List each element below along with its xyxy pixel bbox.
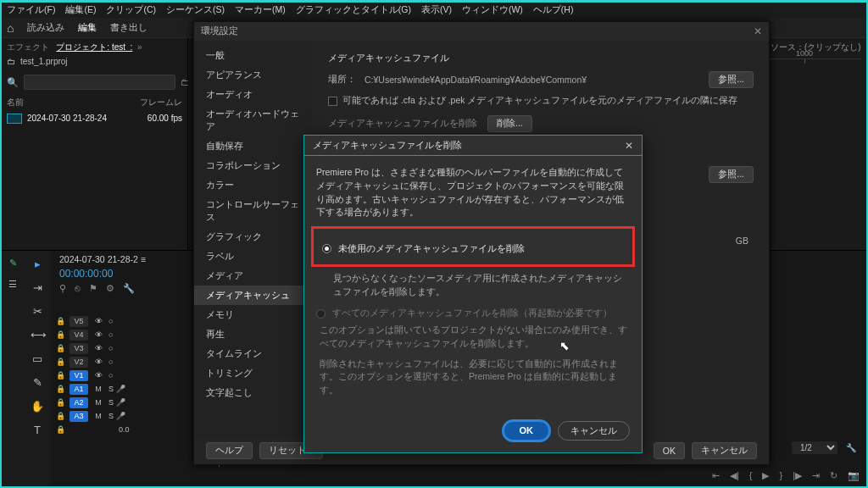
cat-color[interactable]: カラー [194, 175, 313, 195]
lock-icon[interactable]: 🔒 [56, 425, 64, 434]
eye-icon[interactable]: 👁 [93, 330, 103, 339]
cat-audio-hw[interactable]: オーディオハードウェア [194, 104, 313, 136]
lock-icon[interactable]: 🔒 [56, 344, 64, 352]
help-button[interactable]: ヘルプ [206, 442, 253, 459]
cat-trim[interactable]: トリミング [194, 363, 313, 383]
browse-button-2[interactable]: 参照... [709, 166, 754, 183]
cat-autosave[interactable]: 自動保存 [194, 136, 313, 156]
search-input[interactable] [24, 75, 175, 90]
marker-icon[interactable]: ⚑ [89, 283, 97, 294]
menu-window[interactable]: ウィンドウ(W) [462, 4, 523, 16]
type-tool-icon[interactable]: T [31, 424, 44, 437]
lock-icon[interactable]: 🔒 [56, 317, 64, 325]
home-icon[interactable]: ⌂ [7, 21, 14, 35]
project-item[interactable]: 2024-07-30 21-28-24 60.00 fps [7, 110, 182, 127]
ok-button[interactable]: OK [504, 421, 550, 441]
menu-marker[interactable]: マーカー(M) [235, 4, 286, 16]
go-start-icon[interactable]: ⇤ [712, 470, 720, 481]
sequence-name[interactable]: 2024-07-30 21-28-2 [59, 254, 138, 264]
source-ruler[interactable]: 1000 [771, 58, 861, 69]
track-select-tool-icon[interactable]: ⇥ [31, 281, 44, 295]
checkbox-row[interactable]: 可能であれば .cfa および .pek メディアキャッシュファイルを元のメディ… [328, 95, 754, 107]
solo-icon[interactable]: S 🎤 [108, 385, 125, 393]
menu-view[interactable]: 表示(V) [421, 4, 452, 16]
cat-collab[interactable]: コラボレーション [194, 156, 313, 175]
mark-out-icon[interactable]: } [779, 470, 782, 481]
cat-transcribe[interactable]: 文字起こし [194, 383, 313, 402]
radio-icon[interactable] [322, 244, 331, 253]
play-icon[interactable]: ▶ [762, 470, 769, 481]
solo-icon[interactable]: S 🎤 [108, 398, 125, 407]
snap-icon[interactable]: ⚲ [59, 283, 66, 294]
slip-tool-icon[interactable]: ▭ [31, 352, 44, 366]
lock-icon[interactable]: 🔒 [56, 371, 64, 380]
wrench-icon[interactable]: 🔧 [123, 283, 135, 294]
zoom-select[interactable]: 1/2 [792, 441, 837, 454]
hand-tool-icon[interactable]: ✋ [31, 400, 44, 413]
menu-help[interactable]: ヘルプ(H) [533, 4, 574, 16]
col-framerate[interactable]: フレームレ [140, 97, 182, 108]
cat-media-cache[interactable]: メディアキャッシュ [194, 286, 313, 305]
eye-icon[interactable]: 👁 [93, 358, 103, 366]
cancel-button[interactable]: キャンセル [558, 421, 630, 441]
checkbox-icon[interactable] [328, 97, 337, 106]
eye-icon[interactable]: 👁 [93, 317, 103, 325]
solo-icon[interactable]: S 🎤 [108, 412, 125, 420]
razor-tool-icon[interactable]: ⟷ [31, 329, 44, 342]
col-name[interactable]: 名前 [7, 97, 24, 108]
mute-icon[interactable]: M [93, 412, 103, 420]
lock-icon[interactable]: 🔒 [56, 398, 64, 407]
menu-edit[interactable]: 編集(E) [65, 4, 96, 16]
mute-icon[interactable]: M [93, 385, 103, 393]
close-icon[interactable]: ✕ [625, 140, 633, 152]
go-end-icon[interactable]: ⇥ [812, 470, 820, 481]
lock-icon[interactable]: 🔒 [56, 412, 64, 420]
panel-tab-effects[interactable]: エフェクト [7, 42, 49, 52]
tool-icon[interactable]: ☰ [8, 279, 17, 290]
settings-icon[interactable]: ⚙ [106, 283, 114, 294]
menu-clip[interactable]: クリップ(C) [106, 4, 156, 16]
track-tag[interactable]: A2 [70, 397, 88, 408]
delete-button[interactable]: 削除... [487, 115, 532, 132]
wrench-icon[interactable]: 🔧 [846, 443, 856, 452]
cat-control-surface[interactable]: コントロールサーフェス [194, 195, 313, 227]
ripple-tool-icon[interactable]: ✂ [31, 305, 44, 319]
cat-general[interactable]: 一般 [194, 46, 313, 65]
pen-tool-icon2[interactable]: ✎ [31, 376, 44, 390]
track-tag[interactable]: V2 [70, 357, 88, 368]
cat-media[interactable]: メディア [194, 266, 313, 286]
cat-playback[interactable]: 再生 [194, 324, 313, 344]
cat-appearance[interactable]: アピアランス [194, 65, 313, 85]
track-tag[interactable]: V1 [70, 370, 88, 381]
selection-tool-icon[interactable]: ▸ [31, 258, 44, 271]
loop-icon[interactable]: ↻ [830, 470, 837, 481]
cat-timeline[interactable]: タイムライン [194, 344, 313, 363]
tab-export[interactable]: 書き出し [110, 21, 147, 34]
cat-memory[interactable]: メモリ [194, 305, 313, 324]
pen-tool-icon[interactable]: ✎ [9, 258, 17, 269]
export-frame-icon[interactable]: 📷 [848, 470, 860, 481]
menu-file[interactable]: ファイル(F) [7, 4, 55, 16]
menu-graphics[interactable]: グラフィックとタイトル(G) [296, 4, 411, 16]
search-icon[interactable]: 🔍 [7, 77, 19, 88]
track-tag[interactable]: V4 [70, 330, 88, 341]
browse-button[interactable]: 参照... [709, 71, 754, 88]
step-back-icon[interactable]: ◀| [730, 470, 739, 481]
track-tag[interactable]: V5 [70, 316, 88, 327]
mute-icon[interactable]: M [93, 398, 103, 407]
panel-tab-project[interactable]: プロジェクト: test_: [56, 42, 132, 52]
cat-labels[interactable]: ラベル [194, 247, 313, 266]
prefs-ok-button[interactable]: OK [654, 442, 685, 459]
track-tag[interactable]: A3 [70, 411, 88, 422]
step-fwd-icon[interactable]: |▶ [793, 470, 802, 481]
close-icon[interactable]: ✕ [754, 25, 762, 37]
tab-edit[interactable]: 編集 [78, 21, 97, 34]
tab-import[interactable]: 読み込み [27, 21, 64, 34]
lock-icon[interactable]: 🔒 [56, 358, 64, 366]
mark-in-icon[interactable]: { [749, 470, 753, 481]
lock-icon[interactable]: 🔒 [56, 385, 64, 393]
link-icon[interactable]: ⎋ [75, 283, 81, 294]
menu-sequence[interactable]: シーケンス(S) [166, 4, 225, 16]
track-tag[interactable]: V3 [70, 343, 88, 354]
lock-icon[interactable]: 🔒 [56, 330, 64, 339]
